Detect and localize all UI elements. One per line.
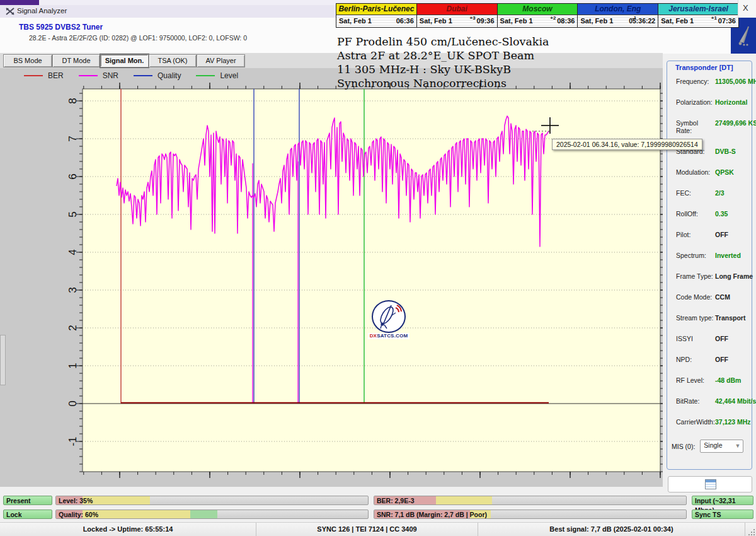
transponder-row-label: NPD: (676, 356, 715, 363)
clock-date: Sat, Feb 1 (339, 17, 372, 25)
clock-cell: Jerusalem-IsraelSat, Feb 1+107:36 (658, 4, 738, 27)
transponder-row-label: Stream type: (676, 314, 715, 322)
clock-date: Sat, Feb 1 (420, 17, 452, 25)
transponder-row-label: Symbol Rate: (676, 119, 715, 134)
background-window-accent (0, 0, 39, 5)
clock-time-row: Sat, Feb 1+107:36 (658, 15, 738, 27)
tab-signal-mon-[interactable]: Signal Mon. (100, 54, 149, 67)
legend-label: SNR (103, 71, 118, 80)
mis-value: Single (704, 441, 722, 449)
meter-label: SNR: 7,1 dB (Margin: 2,7 dB | Poor) (377, 510, 487, 519)
signal-status-bars: Present Lock Level: 35% Quality: 60% BER… (0, 494, 756, 522)
svg-text:3: 3 (67, 287, 79, 293)
legend-item-quality: Quality (134, 71, 181, 80)
clock-city: Jerusalem-Israel (658, 4, 738, 15)
svg-text:4: 4 (67, 249, 79, 255)
tab-tsa-ok-[interactable]: TSA (OK) (149, 54, 197, 67)
meter-label: Quality: 60% (59, 510, 98, 519)
clock-cell: Berlin-Paris-LučenecSat, Feb 106:36 (336, 4, 417, 27)
clock-close-area: X (738, 0, 756, 18)
signal-chart[interactable]: BERSNRQualityLevel 876543210-1 DXSATCS.C… (0, 68, 663, 487)
transponder-row: Polarization:Horizontal (676, 98, 750, 106)
clock-cell: London, EngSat, Feb 1-105:36:22 (578, 4, 658, 27)
legend-label: Quality (158, 71, 181, 80)
transponder-row: FEC:2/3 (676, 189, 750, 197)
clock-city: London, Eng (578, 4, 658, 15)
transponder-row-label: Modulation: (676, 168, 715, 176)
transponder-row-value: 2/3 (715, 189, 724, 197)
clock-utc-offset: +3 (469, 15, 475, 21)
resize-grip[interactable] (747, 528, 755, 535)
chart-tooltip: 2025-02-01 06.34.16, value: 7,1999998092… (552, 139, 702, 150)
transponder-row-label: Polarization: (676, 98, 715, 106)
clock-time-row: Sat, Feb 106:36 (336, 15, 416, 27)
tab-bs-mode[interactable]: BS Mode (3, 54, 52, 67)
meter-label: Level: 35% (59, 496, 93, 505)
legend-item-snr: SNR (79, 71, 118, 80)
chart-scrollbar-thumb[interactable] (0, 335, 6, 385)
tab-dt-mode[interactable]: DT Mode (52, 54, 100, 67)
legend-line-sample (24, 75, 43, 76)
transponder-row: Stream type:Transport (676, 314, 750, 322)
status-lock-uptime: Locked -> Uptime: 65:55:14 (0, 523, 256, 536)
chevron-down-icon: ▼ (735, 441, 740, 452)
clock-time: 08:36 (557, 17, 575, 25)
clock-time: 05:36:22 (629, 17, 655, 25)
clock-utc-offset: +2 (550, 15, 556, 21)
close-icon[interactable]: X (743, 3, 748, 13)
svg-text:6: 6 (67, 173, 79, 179)
transponder-row-value: 11305,006 MHz (715, 78, 756, 85)
chart-bottom-gap (0, 487, 663, 494)
meter-label: BER: 2,9E-3 (377, 496, 415, 505)
svg-text:0: 0 (67, 400, 79, 406)
transponder-row-value: 0.35 (715, 210, 728, 218)
svg-text:2: 2 (67, 325, 79, 330)
snr-meter: SNR: 7,1 dB (Margin: 2,7 dB | Poor) (374, 510, 687, 519)
transponder-row-label: BitRate: (676, 397, 715, 405)
clock-city: Dubai (417, 4, 497, 15)
app-icon (6, 7, 14, 16)
clock-time-row: Sat, Feb 1+309:36 (417, 15, 497, 27)
world-clocks-widget: Berlin-Paris-LučenecSat, Feb 106:36Dubai… (336, 3, 739, 28)
transponder-row-value: OFF (715, 356, 728, 363)
clock-time-row: Sat, Feb 1-105:36:22 (578, 15, 658, 27)
chart-canvas[interactable]: 876543210-1 (0, 68, 663, 487)
tuner-details: 28.2E - Astra 2E/2F/2G (ID: 0282) @ LOF1… (29, 34, 247, 42)
tab-av-player[interactable]: AV Player (197, 54, 245, 67)
legend-line-sample (196, 75, 215, 76)
transponder-row-label: Frame Type: (676, 272, 715, 280)
transponder-row-value: 37,123 MHz (715, 418, 751, 426)
transponder-row: NPD:OFF (676, 356, 750, 363)
satellite-dish-icon (733, 25, 755, 47)
svg-text:5: 5 (67, 211, 79, 217)
transponder-row: ISSYIOFF (676, 335, 750, 342)
legend-item-level: Level (196, 71, 238, 80)
transponder-row-value: QPSK (715, 168, 734, 176)
transponder-row-value: OFF (715, 335, 728, 342)
transponder-row: Modulation:QPSK (676, 168, 750, 176)
panel-tool-button[interactable] (668, 476, 752, 492)
level-meter: Level: 35% (55, 496, 369, 505)
transponder-row: Code Mode:CCM (676, 293, 750, 301)
transponder-row-value: Long Frame (715, 272, 753, 280)
transponder-row: CarrierWidth:37,123 MHz (676, 418, 750, 426)
clock-time: 06:36 (396, 17, 414, 25)
panel-icon (705, 479, 716, 489)
transponder-row-label: Pilot: (676, 231, 715, 238)
transponder-row: Pilot:OFF (676, 231, 750, 238)
clock-date: Sat, Feb 1 (661, 17, 694, 25)
transponder-row-value: DVB-S (715, 148, 736, 155)
clock-city: Berlin-Paris-Lučenec (336, 4, 416, 15)
transponder-row-label: CarrierWidth: (676, 418, 715, 426)
clock-time: 09:36 (476, 17, 494, 25)
svg-text:7: 7 (67, 136, 79, 141)
transponder-row-value: CCM (715, 293, 730, 301)
logo-text: DXSATCS.COM (368, 333, 410, 339)
status-sync-counters: SYNC 126 | TEI 7124 | CC 3409 (256, 523, 478, 536)
legend-label: Level (220, 71, 238, 80)
mis-select[interactable]: Single ▼ (700, 440, 743, 453)
chart-legend: BERSNRQualityLevel (24, 71, 238, 80)
clock-date: Sat, Feb 1 (580, 17, 613, 25)
quality-meter: Quality: 60% (55, 510, 369, 519)
input-indicator: Input (~32,31 Mbps) (692, 496, 753, 505)
